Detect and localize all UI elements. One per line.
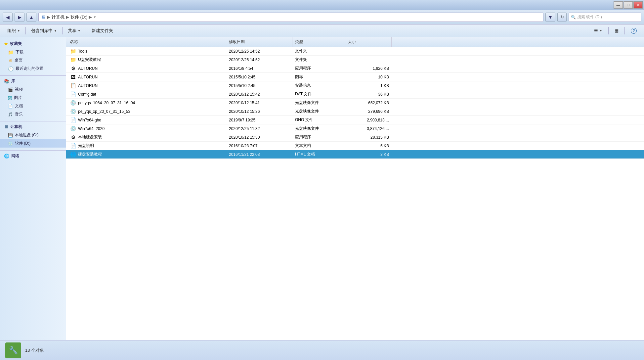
table-row[interactable]: 📋 AUTORUN 2015/5/10 2:45 安装信息 1 KB <box>66 81 644 90</box>
file-name-label: Win7x64.gho <box>78 118 101 122</box>
search-bar[interactable]: 🔍 搜索 软件 (D:) <box>569 13 641 22</box>
breadcrumb-dropdown-icon[interactable]: ▼ <box>93 16 96 19</box>
file-type-cell: 文件夹 <box>292 57 345 63</box>
table-row[interactable]: 🖼 AUTORUN 2015/5/10 2:45 图标 10 KB <box>66 73 644 81</box>
file-type-cell: DAT 文件 <box>292 91 345 97</box>
sidebar-divider-2 <box>0 121 66 121</box>
table-row[interactable]: 💿 pe_yqs_xp_20_07_31_15_53 2020/10/12 15… <box>66 107 644 116</box>
sidebar-item-images[interactable]: 🖼 图片 <box>0 94 66 102</box>
file-icon: 🌐 <box>70 152 76 158</box>
recent-icon: 🕐 <box>8 66 14 71</box>
table-row[interactable]: 💿 pe_yqs_1064_20_07_31_16_04 2020/10/12 … <box>66 99 644 107</box>
computer-label: 计算机 <box>10 124 22 130</box>
share-label: 共享 <box>68 28 76 34</box>
file-date-cell: 2020/12/25 11:32 <box>226 126 292 131</box>
breadcrumb-sep1: ▶ <box>47 15 50 20</box>
file-name-label: Win7x64_2020 <box>78 126 105 131</box>
share-arrow: ▼ <box>78 29 81 32</box>
toolbar-separator-4 <box>608 27 609 34</box>
network-header[interactable]: 🌐 网络 <box>0 152 66 160</box>
file-type-cell: 安装信息 <box>292 83 345 88</box>
file-size-cell: 652,072 KB <box>345 101 392 105</box>
status-icon-glyph: 🔧 <box>9 346 18 355</box>
share-button[interactable]: 共享 ▼ <box>64 26 84 35</box>
file-size-cell: 3,874,126 ... <box>345 126 392 131</box>
file-name-cell: 📁 Tools <box>67 48 226 54</box>
refresh-button[interactable]: ↻ <box>557 13 567 22</box>
sidebar-divider-3 <box>0 150 66 151</box>
favorites-header[interactable]: ★ 收藏夹 <box>0 40 66 48</box>
maximize-button[interactable]: □ <box>623 1 633 9</box>
dropdown-button[interactable]: ▼ <box>545 13 555 22</box>
forward-button[interactable]: ▶ <box>15 13 24 22</box>
up-button[interactable]: ▲ <box>26 13 36 22</box>
breadcrumb[interactable]: 🖥 ▶ 收藏夹 计算机 ▶ 软件 (D:) ▶ ▼ <box>38 13 543 22</box>
include-button[interactable]: 包含到库中 ▼ <box>28 26 60 35</box>
file-name-cell: 💿 Win7x64_2020 <box>67 126 226 132</box>
sidebar-item-docs[interactable]: 📄 文档 <box>0 102 66 110</box>
breadcrumb-computer-label[interactable]: 计算机 <box>52 14 64 20</box>
close-button[interactable]: ✕ <box>633 1 643 9</box>
file-name-cell: 📄 Win7x64.gho <box>67 117 226 123</box>
col-header-name[interactable]: 名称 <box>67 37 226 47</box>
minimize-button[interactable]: — <box>614 1 623 9</box>
downloads-icon: 📁 <box>8 50 14 55</box>
file-size-cell: 36 KB <box>345 92 392 97</box>
computer-header[interactable]: 🖥 计算机 <box>0 123 66 131</box>
file-icon: 📋 <box>70 83 76 89</box>
file-type-cell: 光盘映像文件 <box>292 126 345 131</box>
file-name-label: Config.dat <box>78 92 96 97</box>
table-row[interactable]: 📄 Config.dat 2020/10/12 15:42 DAT 文件 36 … <box>66 90 644 99</box>
file-size-cell: 10 KB <box>345 75 392 79</box>
help-button[interactable]: ? <box>627 26 640 35</box>
table-row[interactable]: 📄 Win7x64.gho 2019/9/7 19:25 GHO 文件 2,90… <box>66 116 644 124</box>
sidebar: ★ 收藏夹 📁 下载 🖥 桌面 🕐 最近访问的位置 📚 库 <box>0 37 66 340</box>
sidebar-item-recent[interactable]: 🕐 最近访问的位置 <box>0 65 66 73</box>
status-bar: 🔧 13 个对象 <box>0 340 644 360</box>
file-name-label: Tools <box>78 49 87 54</box>
sidebar-item-drive-c[interactable]: 💾 本地磁盘 (C:) <box>0 131 66 139</box>
table-row[interactable]: 📁 Tools 2020/12/25 14:52 文件夹 <box>66 47 644 56</box>
network-icon: 🌐 <box>4 154 9 158</box>
table-row[interactable]: 📄 光盘说明 2016/10/23 7:07 文本文档 5 KB <box>66 142 644 150</box>
back-button[interactable]: ◀ <box>3 13 13 22</box>
table-row[interactable]: 🌐 硬盘安装教程 2016/11/21 22:03 HTML 文档 3 KB <box>66 150 644 159</box>
table-row[interactable]: ⚙ 本地硬盘安装 2020/10/12 15:30 应用程序 28,315 KB <box>66 133 644 142</box>
docs-icon: 📄 <box>8 104 13 109</box>
file-type-cell: 图标 <box>292 74 345 80</box>
col-header-date[interactable]: 修改日期 <box>226 37 292 47</box>
computer-icon: 🖥 <box>4 124 8 129</box>
organize-arrow: ▼ <box>17 29 20 32</box>
new-folder-button[interactable]: 新建文件夹 <box>88 26 116 35</box>
new-folder-label: 新建文件夹 <box>92 28 113 34</box>
toolbar-separator-3 <box>86 27 86 34</box>
file-icon: 📁 <box>70 48 76 54</box>
col-header-size[interactable]: 大小 <box>345 37 392 47</box>
sidebar-item-music[interactable]: 🎵 音乐 <box>0 110 66 118</box>
library-header[interactable]: 📚 库 <box>0 77 66 85</box>
sidebar-item-desktop[interactable]: 🖥 桌面 <box>0 56 66 65</box>
sidebar-item-video[interactable]: 🎬 视频 <box>0 85 66 94</box>
sidebar-item-drive-d[interactable]: 💿 软件 (D:) <box>0 139 66 148</box>
view-button[interactable]: ☰ ▼ <box>591 26 606 35</box>
title-bar: — □ ✕ <box>0 0 644 10</box>
table-row[interactable]: ⚙ AUTORUN 2016/1/8 4:54 应用程序 1,926 KB <box>66 64 644 73</box>
file-list[interactable]: 📁 Tools 2020/12/25 14:52 文件夹 📁 U盘安装教程 20… <box>66 47 644 340</box>
toolbar-separator-5 <box>624 27 625 34</box>
table-row[interactable]: 💿 Win7x64_2020 2020/12/25 11:32 光盘映像文件 3… <box>66 124 644 133</box>
file-icon: 📁 <box>70 57 76 63</box>
preview-button[interactable]: ▦ <box>611 26 622 35</box>
file-type-cell: 应用程序 <box>292 66 345 71</box>
sidebar-item-downloads[interactable]: 📁 下载 <box>0 48 66 56</box>
favorites-icon: ★ <box>4 41 8 46</box>
organize-button[interactable]: 组织 ▼ <box>4 26 23 35</box>
computer-section: 🖥 计算机 💾 本地磁盘 (C:) 💿 软件 (D:) <box>0 123 66 148</box>
table-row[interactable]: 📁 U盘安装教程 2020/12/25 14:52 文件夹 <box>66 56 644 64</box>
view-arrow: ▼ <box>599 29 602 32</box>
col-header-type[interactable]: 类型 <box>292 37 345 47</box>
file-name-label: pe_yqs_1064_20_07_31_16_04 <box>78 101 135 105</box>
desktop-label: 桌面 <box>15 58 22 63</box>
breadcrumb-sep2: ▶ <box>66 15 69 20</box>
help-icon: ? <box>631 28 637 34</box>
breadcrumb-drive[interactable]: 软件 (D:) <box>70 14 87 20</box>
